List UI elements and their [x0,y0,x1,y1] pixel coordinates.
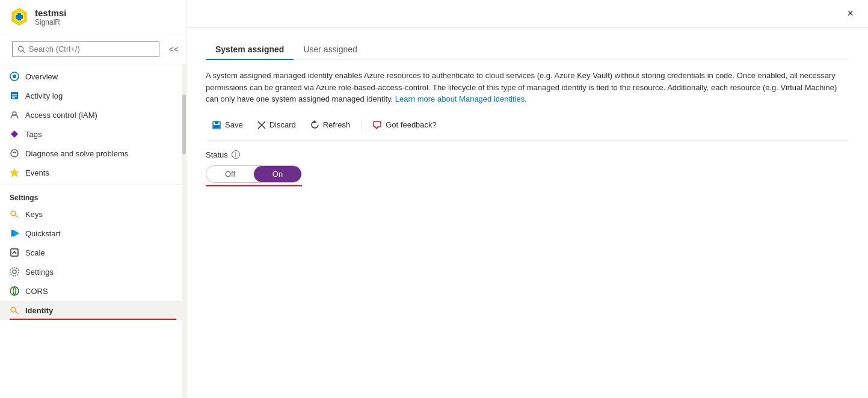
main-content: × System assigned User assigned A system… [186,0,868,398]
save-button[interactable]: Save [206,117,249,133]
status-section: Status i Off On [206,150,849,186]
settings-icon [10,267,19,277]
svg-rect-20 [11,249,18,256]
svg-marker-13 [11,130,18,138]
refresh-button[interactable]: Refresh [304,117,357,132]
feedback-icon [372,120,382,130]
sidebar-item-label-activity-log: Activity log [25,91,63,100]
search-input[interactable] [29,44,154,54]
sidebar-item-identity[interactable]: Identity [0,301,186,320]
learn-more-link[interactable]: Learn more about Managed identities [395,94,525,103]
svg-point-16 [11,211,16,216]
sidebar-item-label-overview: Overview [25,72,58,81]
search-box[interactable] [12,41,159,57]
sidebar-item-settings[interactable]: Settings [0,262,186,281]
discard-icon [257,121,266,129]
sidebar-title: testmsi SignalR [35,8,67,26]
events-icon [10,168,19,177]
svg-rect-10 [12,96,17,97]
scale-icon [10,248,19,257]
status-info-icon[interactable]: i [232,150,240,159]
sidebar-item-quickstart[interactable]: Quickstart [0,224,186,243]
svg-rect-9 [12,94,17,95]
sidebar-item-label-access-control: Access control (IAM) [25,111,97,120]
save-icon [212,120,221,130]
tab-user-assigned[interactable]: User assigned [294,40,367,60]
sidebar-item-label-identity: Identity [25,306,53,315]
svg-point-23 [10,287,19,295]
sidebar-item-activity-log[interactable]: Activity log [0,86,186,105]
search-icon [17,45,25,54]
sidebar-scrolltrack [182,64,186,398]
status-label: Status i [206,150,849,159]
nav-divider [0,185,186,185]
discard-button[interactable]: Discard [251,117,302,132]
toggle-on-option[interactable]: On [254,166,301,182]
overview-icon [10,72,19,81]
sidebar-item-label-scale: Scale [25,248,45,257]
activity-log-icon [10,91,19,100]
sidebar-item-overview[interactable]: Overview [0,67,186,86]
feedback-button[interactable]: Got feedback? [366,117,443,133]
sidebar: testmsi SignalR << Overview [0,0,186,398]
sidebar-item-label-events: Events [25,168,49,177]
sidebar-item-tags[interactable]: Tags [0,124,186,144]
diagnose-icon [10,148,19,158]
app-name: testmsi [35,8,67,18]
svg-point-24 [11,307,16,312]
app-icon [10,7,29,26]
sidebar-item-scale[interactable]: Scale [0,243,186,262]
tags-icon [10,129,19,139]
sidebar-item-label-settings: Settings [25,268,54,277]
app-service: SignalR [35,18,67,26]
toolbar: Save Discard Refresh [206,117,849,141]
close-button[interactable]: × [842,5,858,22]
content-area: System assigned User assigned A system a… [186,28,868,398]
svg-rect-3 [16,15,23,19]
svg-rect-27 [215,121,218,124]
svg-point-22 [10,268,19,276]
svg-rect-11 [12,97,15,99]
settings-section-label: Settings [0,188,186,204]
sidebar-item-cors[interactable]: CORS [0,281,186,301]
svg-line-5 [23,51,25,52]
sidebar-item-label-cors: CORS [25,287,48,296]
svg-line-17 [15,215,19,218]
svg-rect-28 [214,125,220,128]
sidebar-header: testmsi SignalR [0,0,186,34]
sidebar-item-label-keys: Keys [25,210,43,219]
sidebar-item-diagnose[interactable]: Diagnose and solve problems [0,144,186,163]
toggle-underline [206,185,302,186]
collapse-sidebar-button[interactable]: << [167,43,181,55]
refresh-icon [310,120,319,129]
toggle-off-option[interactable]: Off [206,166,254,182]
svg-point-14 [11,150,18,157]
svg-marker-19 [13,230,19,237]
svg-marker-15 [10,168,19,177]
description: A system assigned managed identity enabl… [206,70,837,105]
quickstart-icon [10,228,19,238]
cors-icon [10,286,19,296]
sidebar-item-label-diagnose: Diagnose and solve problems [25,149,128,158]
main-header: × [186,0,868,28]
svg-point-4 [19,46,23,51]
svg-line-25 [15,311,19,314]
sidebar-nav-wrapper: Overview Activity log Access control (IA… [0,64,186,398]
status-toggle[interactable]: Off On [206,165,302,183]
toolbar-divider [361,119,362,131]
sidebar-item-label-tags: Tags [25,130,42,139]
tab-system-assigned[interactable]: System assigned [206,40,294,60]
sidebar-item-events[interactable]: Events [0,163,186,182]
identity-icon [10,305,19,315]
sidebar-item-access-control[interactable]: Access control (IAM) [0,105,186,124]
toggle-wrapper: Off On [206,165,849,186]
svg-point-7 [13,75,16,78]
sidebar-item-keys[interactable]: Keys [0,204,186,224]
keys-icon [10,209,19,219]
tabs: System assigned User assigned [206,40,849,60]
svg-point-21 [13,270,16,274]
access-control-icon [10,110,19,120]
nav-items: Overview Activity log Access control (IA… [0,64,186,322]
sidebar-item-label-quickstart: Quickstart [25,229,61,238]
sidebar-scrollthumb [182,94,186,155]
